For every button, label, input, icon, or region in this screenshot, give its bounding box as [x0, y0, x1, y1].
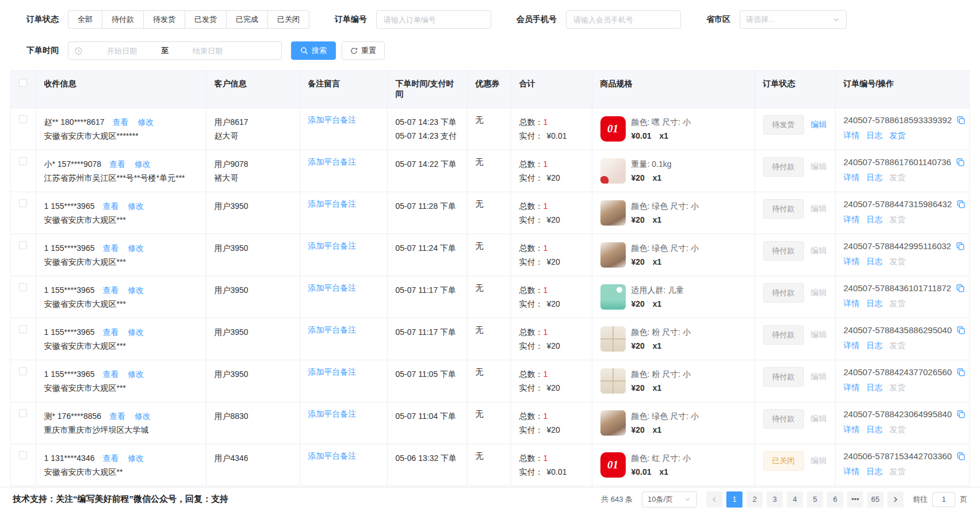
ship-link[interactable]: 发货 [890, 341, 906, 351]
copy-icon[interactable] [956, 326, 966, 335]
view-link[interactable]: 查看 [102, 285, 118, 295]
status-badge[interactable]: 待付款 [763, 325, 804, 345]
status-badge[interactable]: 待付款 [763, 283, 804, 303]
modify-link[interactable]: 修改 [128, 369, 144, 379]
add-note-link[interactable]: 添加平台备注 [308, 451, 357, 460]
status-badge[interactable]: 待付款 [763, 199, 804, 219]
add-note-link[interactable]: 添加平台备注 [308, 199, 357, 208]
region-select[interactable]: 请选择... [740, 10, 847, 29]
page-size-select[interactable]: 10条/页 [642, 491, 697, 508]
goto-page-input[interactable] [932, 492, 955, 507]
copy-icon[interactable] [956, 200, 966, 209]
page-button-4[interactable]: 4 [787, 491, 803, 508]
copy-icon[interactable] [956, 158, 965, 167]
ship-link[interactable]: 发货 [890, 131, 906, 141]
status-filter-button-0[interactable]: 全部 [68, 10, 102, 29]
modify-link[interactable]: 修改 [128, 243, 144, 253]
ship-link[interactable]: 发货 [890, 215, 906, 225]
page-button-3[interactable]: 3 [767, 491, 783, 508]
end-date-input[interactable] [171, 46, 244, 56]
modify-link[interactable]: 修改 [135, 411, 151, 421]
add-note-link[interactable]: 添加平台备注 [308, 409, 357, 418]
edit-link[interactable]: 编辑 [811, 204, 827, 214]
status-badge[interactable]: 待发货 [763, 115, 804, 135]
modify-link[interactable]: 修改 [128, 285, 144, 295]
status-filter-button-1[interactable]: 待付款 [102, 10, 144, 29]
phone-input[interactable] [566, 10, 681, 29]
modify-link[interactable]: 修改 [135, 159, 151, 169]
log-link[interactable]: 日志 [867, 215, 883, 225]
log-link[interactable]: 日志 [867, 173, 883, 183]
copy-icon[interactable] [956, 410, 966, 419]
copy-icon[interactable] [956, 116, 966, 125]
add-note-link[interactable]: 添加平台备注 [308, 283, 357, 292]
page-button-6[interactable]: 6 [827, 491, 843, 508]
log-link[interactable]: 日志 [867, 299, 883, 309]
row-checkbox[interactable] [19, 325, 27, 333]
ship-link[interactable]: 发货 [890, 257, 906, 267]
page-ellipsis-button[interactable]: ••• [847, 491, 863, 508]
row-checkbox[interactable] [19, 115, 27, 123]
edit-link[interactable]: 编辑 [811, 288, 827, 298]
view-link[interactable]: 查看 [102, 453, 118, 463]
detail-link[interactable]: 详情 [844, 341, 860, 351]
ship-link[interactable]: 发货 [890, 299, 906, 309]
copy-icon[interactable] [956, 368, 966, 377]
row-checkbox[interactable] [19, 451, 27, 459]
page-button-65[interactable]: 65 [867, 491, 883, 508]
row-checkbox[interactable] [19, 367, 27, 375]
order-no-input[interactable] [376, 10, 491, 29]
add-note-link[interactable]: 添加平台备注 [308, 241, 357, 250]
select-all-checkbox[interactable] [19, 79, 27, 87]
row-checkbox[interactable] [19, 283, 27, 291]
ship-link[interactable]: 发货 [890, 383, 906, 393]
copy-icon[interactable] [956, 284, 965, 293]
page-button-2[interactable]: 2 [747, 491, 763, 508]
modify-link[interactable]: 修改 [137, 117, 154, 127]
prev-page-button[interactable] [706, 491, 722, 508]
edit-link[interactable]: 编辑 [811, 456, 827, 466]
start-date-input[interactable] [85, 46, 159, 56]
edit-link[interactable]: 编辑 [811, 330, 827, 340]
edit-link[interactable]: 编辑 [811, 120, 827, 130]
ship-link[interactable]: 发货 [890, 425, 906, 435]
edit-link[interactable]: 编辑 [811, 162, 827, 172]
ship-link[interactable]: 发货 [890, 467, 906, 477]
status-badge[interactable]: 待付款 [763, 241, 804, 261]
status-badge[interactable]: 待付款 [763, 157, 804, 177]
view-link[interactable]: 查看 [102, 201, 118, 211]
reset-button[interactable]: 重置 [342, 41, 385, 60]
status-filter-button-2[interactable]: 待发货 [143, 10, 185, 29]
log-link[interactable]: 日志 [867, 341, 883, 351]
view-link[interactable]: 查看 [112, 117, 128, 127]
add-note-link[interactable]: 添加平台备注 [308, 367, 357, 376]
detail-link[interactable]: 详情 [844, 131, 860, 141]
copy-icon[interactable] [956, 452, 966, 461]
detail-link[interactable]: 详情 [844, 383, 860, 393]
status-filter-button-5[interactable]: 已关闭 [267, 10, 309, 29]
page-button-5[interactable]: 5 [807, 491, 823, 508]
add-note-link[interactable]: 添加平台备注 [308, 325, 357, 334]
ship-link[interactable]: 发货 [890, 173, 906, 183]
edit-link[interactable]: 编辑 [811, 372, 827, 382]
edit-link[interactable]: 编辑 [811, 246, 827, 256]
date-range-picker[interactable]: 至 [68, 41, 282, 60]
log-link[interactable]: 日志 [867, 131, 883, 141]
row-checkbox[interactable] [19, 409, 27, 417]
detail-link[interactable]: 详情 [844, 425, 860, 435]
log-link[interactable]: 日志 [867, 425, 883, 435]
detail-link[interactable]: 详情 [844, 173, 860, 183]
next-page-button[interactable] [887, 491, 904, 508]
row-checkbox[interactable] [19, 199, 27, 207]
detail-link[interactable]: 详情 [844, 467, 860, 477]
modify-link[interactable]: 修改 [128, 327, 144, 337]
view-link[interactable]: 查看 [102, 327, 118, 337]
edit-link[interactable]: 编辑 [811, 414, 827, 424]
view-link[interactable]: 查看 [109, 159, 125, 169]
copy-icon[interactable] [956, 242, 965, 251]
add-note-link[interactable]: 添加平台备注 [308, 157, 357, 166]
log-link[interactable]: 日志 [867, 383, 883, 393]
modify-link[interactable]: 修改 [128, 201, 144, 211]
view-link[interactable]: 查看 [102, 369, 118, 379]
status-badge[interactable]: 待付款 [763, 409, 804, 429]
